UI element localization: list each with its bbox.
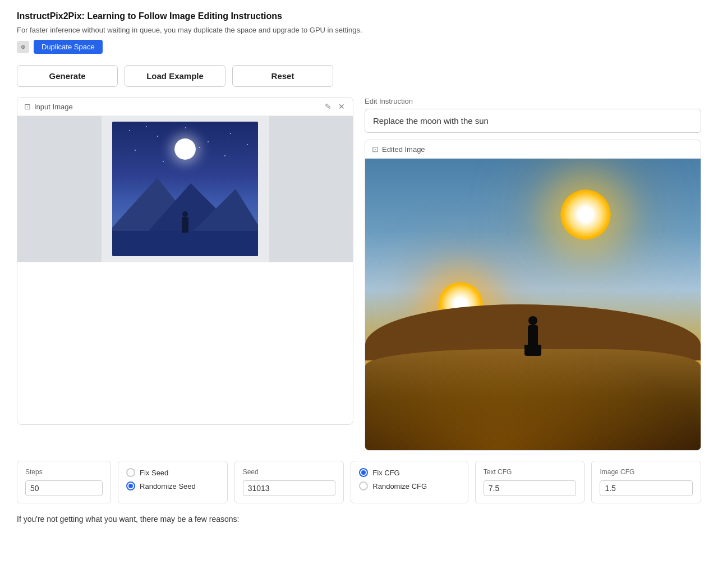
- input-image-panel: ⊡ Input Image ✎ ✕: [17, 97, 353, 425]
- sun-figure: [528, 325, 538, 356]
- randomize-seed-option[interactable]: Randomize Seed: [126, 481, 219, 490]
- night-ground: [112, 231, 258, 256]
- bottom-controls: Steps Fix Seed Randomize Seed Seed Fix C…: [17, 461, 701, 503]
- generate-button[interactable]: Generate: [17, 65, 118, 87]
- night-mountain-3: [191, 189, 258, 234]
- main-area: ⊡ Input Image ✎ ✕: [17, 97, 701, 451]
- edit-instruction-section: Edit Instruction: [365, 97, 701, 133]
- edited-sun-scene: [365, 159, 701, 450]
- header-title: InstructPix2Pix: Learning to Follow Imag…: [17, 11, 701, 21]
- fix-cfg-label: Fix CFG: [372, 469, 399, 477]
- sun-main: [560, 189, 611, 240]
- image-cfg-input[interactable]: [600, 480, 693, 496]
- seed-mode-group: Fix Seed Randomize Seed: [118, 461, 228, 503]
- toolbar: Generate Load Example Reset: [17, 65, 701, 87]
- randomize-seed-radio[interactable]: [126, 481, 135, 490]
- steps-group: Steps: [17, 461, 111, 503]
- input-image-side-left: [17, 116, 102, 262]
- right-panel: Edit Instruction ⊡ Edited Image: [365, 97, 701, 451]
- footer-text: If you're not getting what you want, the…: [17, 515, 701, 524]
- input-image-center: [102, 122, 269, 256]
- input-image-container: [17, 116, 353, 262]
- reset-button[interactable]: Reset: [232, 65, 333, 87]
- cfg-radio-group: Fix CFG Randomize CFG: [359, 468, 459, 490]
- edit-instruction-label: Edit Instruction: [365, 97, 701, 105]
- header-subtitle: For faster inference without waiting in …: [17, 26, 701, 34]
- edit-instruction-input[interactable]: [365, 109, 701, 133]
- seed-label: Seed: [243, 468, 336, 476]
- image-cfg-label: Image CFG: [600, 468, 693, 476]
- steps-input[interactable]: [25, 480, 103, 496]
- seed-radio-group: Fix Seed Randomize Seed: [126, 468, 219, 490]
- text-cfg-group: Text CFG: [475, 461, 585, 503]
- load-example-button[interactable]: Load Example: [125, 65, 225, 87]
- left-panel: ⊡ Input Image ✎ ✕: [17, 97, 353, 451]
- fix-cfg-radio[interactable]: [359, 468, 368, 477]
- edit-image-button[interactable]: ✎: [324, 102, 333, 111]
- input-image-lower: [17, 262, 353, 424]
- input-image-icon: ⊡: [24, 102, 31, 111]
- steps-label: Steps: [25, 468, 103, 476]
- edited-image-icon: ⊡: [372, 145, 379, 154]
- sun-ground: [365, 349, 701, 450]
- randomize-cfg-label: Randomize CFG: [372, 482, 427, 490]
- fix-seed-radio[interactable]: [126, 468, 135, 477]
- input-image-label: Input Image: [34, 103, 73, 111]
- cfg-mode-group: Fix CFG Randomize CFG: [351, 461, 468, 503]
- input-image-side-right: [269, 116, 353, 262]
- duplicate-icon: ⊕: [17, 41, 29, 53]
- night-figure: [182, 217, 188, 233]
- randomize-seed-label: Randomize Seed: [140, 482, 196, 490]
- duplicate-space-button[interactable]: Duplicate Space: [34, 40, 103, 54]
- fix-seed-option[interactable]: Fix Seed: [126, 468, 219, 477]
- close-image-button[interactable]: ✕: [337, 102, 346, 111]
- image-cfg-group: Image CFG: [591, 461, 701, 503]
- text-cfg-input[interactable]: [484, 480, 577, 496]
- night-scene-image: [112, 122, 258, 256]
- input-image-header: ⊡ Input Image ✎ ✕: [17, 98, 353, 116]
- edited-image-panel: ⊡ Edited Image: [365, 140, 701, 451]
- seed-value-group: Seed: [234, 461, 344, 503]
- randomize-cfg-radio[interactable]: [359, 481, 368, 490]
- text-cfg-label: Text CFG: [484, 468, 577, 476]
- fix-seed-label: Fix Seed: [140, 469, 168, 477]
- edited-image-header: ⊡ Edited Image: [365, 140, 701, 159]
- edited-image-label: Edited Image: [382, 145, 425, 154]
- night-moon: [174, 138, 196, 160]
- seed-input[interactable]: [243, 480, 336, 496]
- fix-cfg-option[interactable]: Fix CFG: [359, 468, 459, 477]
- randomize-cfg-option[interactable]: Randomize CFG: [359, 481, 459, 490]
